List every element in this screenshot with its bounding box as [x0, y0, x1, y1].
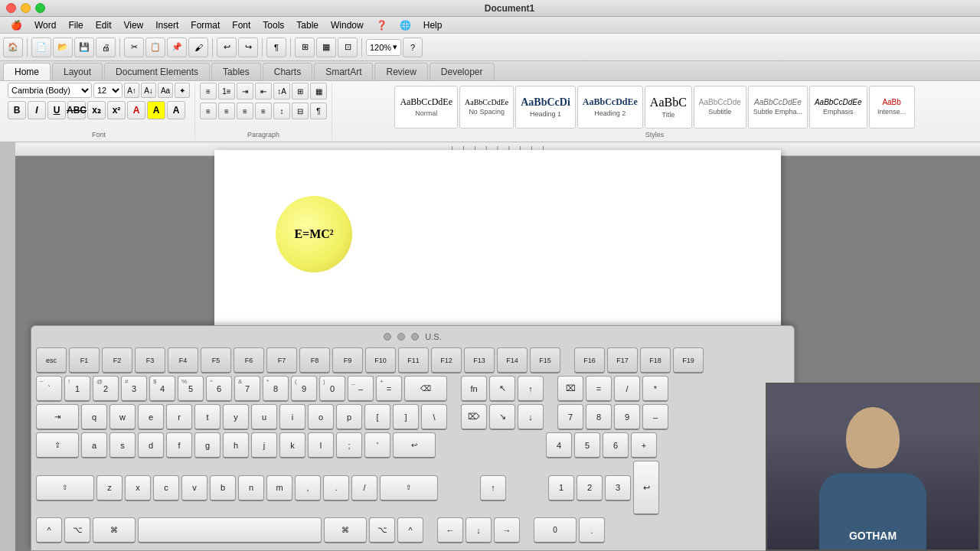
- close-button[interactable]: [6, 3, 16, 13]
- key-numpad-0[interactable]: 0: [534, 517, 577, 543]
- superscript-button[interactable]: x²: [107, 101, 126, 119]
- key-numpad-4[interactable]: 4: [546, 432, 572, 458]
- style-heading2[interactable]: AaBbCcDdEe Heading 2: [577, 86, 643, 129]
- key-t[interactable]: t: [194, 404, 220, 430]
- key-pagedown-arrow[interactable]: ↓: [518, 404, 544, 430]
- text-color-button[interactable]: A: [127, 101, 145, 119]
- key-d[interactable]: d: [138, 432, 164, 458]
- key-home[interactable]: ↖: [489, 376, 515, 402]
- key-f19[interactable]: F19: [673, 347, 704, 373]
- key-h[interactable]: h: [223, 432, 249, 458]
- style-title[interactable]: AaBbC Title: [645, 86, 692, 129]
- key-numpad-8[interactable]: 8: [586, 404, 612, 430]
- key-u[interactable]: u: [251, 404, 277, 430]
- key-y[interactable]: y: [223, 404, 249, 430]
- key-r[interactable]: r: [166, 404, 192, 430]
- home-button[interactable]: 🏠: [3, 37, 23, 57]
- font-shrink-button[interactable]: A↓: [141, 83, 156, 98]
- key-numpad-6[interactable]: 6: [603, 432, 629, 458]
- key-5[interactable]: %5: [178, 376, 204, 402]
- align-right-button[interactable]: ≡: [237, 103, 253, 119]
- apple-menu[interactable]: 🍎: [5, 18, 28, 32]
- key-arrow-left[interactable]: ←: [437, 517, 463, 543]
- key-f13[interactable]: F13: [464, 347, 495, 373]
- key-quote[interactable]: ': [364, 432, 390, 458]
- style-subtitle[interactable]: AaBbCcDde Subtitle: [694, 86, 746, 129]
- copy-button[interactable]: 📋: [145, 37, 165, 57]
- numbering-button[interactable]: 1≡: [218, 83, 235, 99]
- key-numpad-clear[interactable]: ⌧: [557, 376, 583, 402]
- menu-window[interactable]: Window: [325, 18, 370, 32]
- key-a[interactable]: a: [81, 432, 107, 458]
- undo-button[interactable]: ↩: [217, 37, 237, 57]
- font-family-select[interactable]: Cambria (Body): [8, 83, 92, 98]
- key-e[interactable]: e: [138, 404, 164, 430]
- key-numpad-enter[interactable]: ↩: [633, 461, 659, 515]
- key-i[interactable]: i: [279, 404, 305, 430]
- key-space[interactable]: [138, 517, 322, 543]
- key-lcmd[interactable]: ⌘: [93, 517, 136, 543]
- outdent-button[interactable]: ⇤: [255, 83, 272, 99]
- key-o[interactable]: o: [308, 404, 334, 430]
- key-backtick[interactable]: ~`: [36, 376, 62, 402]
- tab-charts[interactable]: Charts: [263, 63, 312, 80]
- key-7[interactable]: &7: [234, 376, 260, 402]
- key-rctrl[interactable]: ^: [397, 517, 423, 543]
- key-f11[interactable]: F11: [398, 347, 429, 373]
- indent-button[interactable]: ⇥: [237, 83, 253, 99]
- maximize-button[interactable]: [35, 3, 45, 13]
- key-numpad-7[interactable]: 7: [557, 404, 583, 430]
- key-arrow-right[interactable]: →: [494, 517, 520, 543]
- key-numpad-2[interactable]: 2: [577, 475, 603, 501]
- key-p[interactable]: p: [336, 404, 362, 430]
- strikethrough-button[interactable]: ABC: [67, 101, 86, 119]
- key-fn[interactable]: fn: [461, 376, 487, 402]
- key-end[interactable]: ↘: [489, 404, 515, 430]
- key-numpad-equals[interactable]: =: [586, 376, 612, 402]
- document-area[interactable]: |.....|.....|.....|.....|.....|.....|...…: [15, 142, 980, 551]
- key-return[interactable]: ↩: [393, 432, 436, 458]
- key-equals[interactable]: +=: [376, 376, 402, 402]
- redo-button[interactable]: ↪: [238, 37, 258, 57]
- font-size-select[interactable]: 12: [93, 83, 122, 98]
- print-button[interactable]: 🖨: [96, 37, 116, 57]
- style-no-spacing[interactable]: AaBbCcDdEe No Spacing: [459, 86, 514, 129]
- menu-file[interactable]: File: [62, 18, 89, 32]
- style-emphasis[interactable]: AaBbCcDdEe Emphasis: [809, 86, 867, 129]
- key-delete-fwd[interactable]: ⌦: [461, 404, 487, 430]
- style-intense[interactable]: AaBb Intense...: [869, 86, 915, 129]
- pilcrow-button[interactable]: ¶: [266, 37, 286, 57]
- key-slash[interactable]: /: [351, 475, 377, 501]
- style-subtle-emphasis[interactable]: AaBbCcDdEe Subtle Empha...: [748, 86, 808, 129]
- zoom-dropdown-icon[interactable]: ▾: [393, 42, 397, 52]
- key-f15[interactable]: F15: [530, 347, 560, 373]
- key-b[interactable]: b: [210, 475, 236, 501]
- key-9[interactable]: (9: [291, 376, 317, 402]
- font-color-button[interactable]: A: [167, 101, 185, 119]
- key-6[interactable]: ^6: [206, 376, 232, 402]
- menu-format[interactable]: Format: [185, 18, 226, 32]
- key-2[interactable]: @2: [93, 376, 119, 402]
- key-f10[interactable]: F10: [365, 347, 396, 373]
- key-lalt[interactable]: ⌥: [64, 517, 90, 543]
- key-f14[interactable]: F14: [497, 347, 528, 373]
- menu-table[interactable]: Table: [290, 18, 325, 32]
- menu-word[interactable]: Word: [28, 18, 62, 32]
- key-1[interactable]: !1: [64, 376, 90, 402]
- format-painter-button[interactable]: 🖌: [188, 37, 208, 57]
- align-center-button[interactable]: ≡: [218, 103, 235, 119]
- key-lctrl[interactable]: ^: [36, 517, 62, 543]
- view2-button[interactable]: ▦: [316, 37, 336, 57]
- menu-insert[interactable]: Insert: [149, 18, 185, 32]
- cut-button[interactable]: ✂: [124, 37, 144, 57]
- menu-tools[interactable]: Tools: [256, 18, 290, 32]
- key-v[interactable]: v: [181, 475, 207, 501]
- key-numpad-dot[interactable]: .: [579, 517, 605, 543]
- key-lbracket[interactable]: [: [364, 404, 390, 430]
- key-0[interactable]: )0: [319, 376, 345, 402]
- key-numpad-minus[interactable]: –: [642, 404, 668, 430]
- key-f3[interactable]: F3: [135, 347, 165, 373]
- menu-extra[interactable]: 🌐: [394, 18, 417, 32]
- sort-button[interactable]: ↕A: [273, 83, 290, 99]
- key-m[interactable]: m: [266, 475, 292, 501]
